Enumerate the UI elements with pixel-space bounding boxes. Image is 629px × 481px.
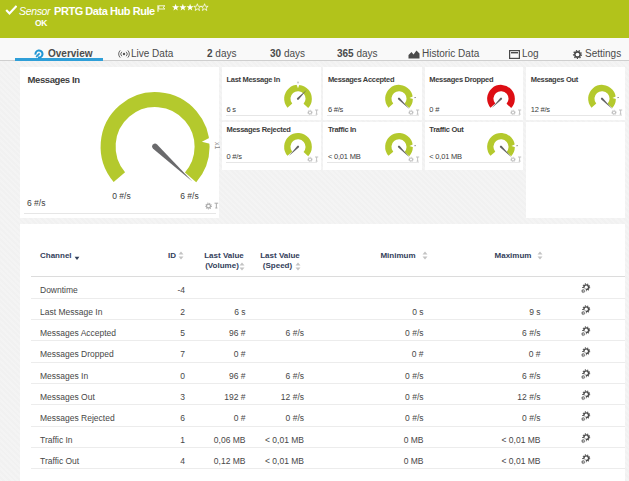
svg-text:x1: x1 (213, 142, 219, 150)
